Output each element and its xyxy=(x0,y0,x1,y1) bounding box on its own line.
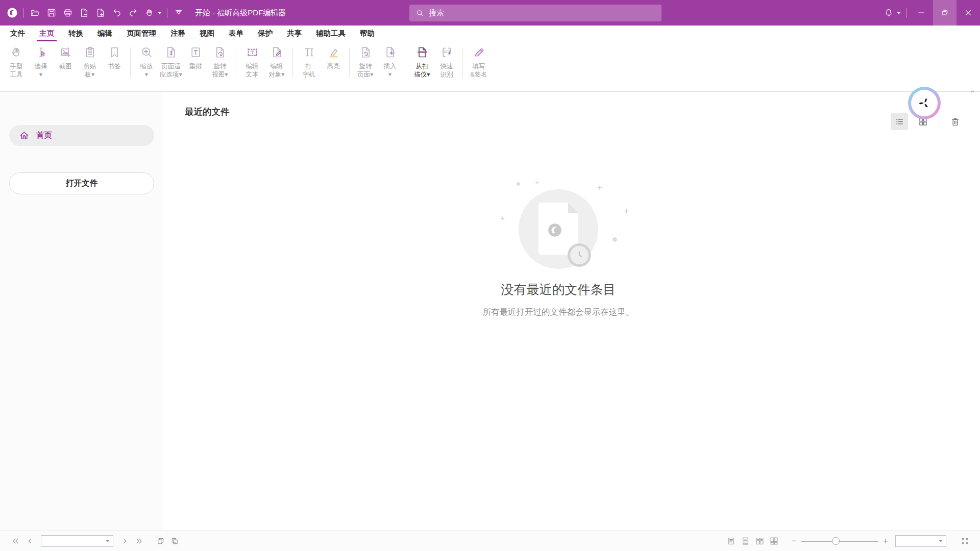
clear-recent-button[interactable] xyxy=(946,113,964,130)
page-number-input[interactable] xyxy=(41,535,113,547)
dropdown-caret-icon[interactable] xyxy=(158,12,162,14)
tab-主页[interactable]: 主页 xyxy=(32,26,61,41)
layout-continuous-icon xyxy=(741,536,750,546)
tab-帮助[interactable]: 帮助 xyxy=(353,26,382,41)
toolbar-button-typewriter[interactable]: 打字机 xyxy=(298,41,320,79)
close-x-button[interactable] xyxy=(957,0,980,26)
tab-视图[interactable]: 视图 xyxy=(192,26,222,41)
tab-辅助工具[interactable]: 辅助工具 xyxy=(309,26,353,41)
toolbar-button-select[interactable]: 选择▾ xyxy=(30,41,52,79)
tab-表单[interactable]: 表单 xyxy=(222,26,251,41)
empty-state-illustration: + + + + xyxy=(400,179,717,281)
last-page-button[interactable] xyxy=(132,534,146,548)
toolbar-button-label: 选择▾ xyxy=(35,62,47,79)
hand-mode-button[interactable] xyxy=(141,4,158,22)
first-page-button[interactable] xyxy=(8,534,22,548)
layout-facing-button[interactable] xyxy=(752,534,767,548)
toolbar-button-snapshot[interactable]: 截图 xyxy=(54,41,77,70)
save-button[interactable] xyxy=(43,4,60,22)
notification-bell-button[interactable] xyxy=(880,4,897,22)
fit-page-icon xyxy=(164,45,178,59)
hand-tool-icon xyxy=(10,45,23,59)
toolbar-button-label: 从扫描仪▾ xyxy=(414,62,430,79)
open-folder-icon xyxy=(30,8,40,18)
titlebar-separator xyxy=(906,8,906,18)
add-page-button[interactable] xyxy=(92,4,109,22)
first-page-icon xyxy=(11,536,20,546)
print-button[interactable] xyxy=(60,4,76,22)
prev-view-button[interactable] xyxy=(153,534,167,548)
clipboard-icon xyxy=(83,45,97,59)
toolbar-button-bookmark[interactable]: 书签 xyxy=(103,41,126,70)
next-page-icon xyxy=(120,536,130,546)
toolbar-button-rotate-page[interactable]: 旋转页面▾ xyxy=(354,41,377,79)
redo-icon xyxy=(128,8,138,18)
ai-assistant-button[interactable] xyxy=(908,87,941,119)
sidebar-item-home[interactable]: 首页 xyxy=(9,125,154,146)
layout-facing-continuous-button[interactable] xyxy=(767,534,781,548)
ai-logo-icon xyxy=(917,95,932,111)
toolbar-button-highlight[interactable]: 高亮 xyxy=(322,41,345,70)
ribbon-mode-button[interactable] xyxy=(170,4,187,22)
toolbar-button-fit-page[interactable]: 页面适应选项▾ xyxy=(160,41,182,79)
search-input[interactable]: 搜索 xyxy=(409,5,662,21)
list-view-button[interactable] xyxy=(891,113,908,130)
layout-single-button[interactable] xyxy=(724,534,738,548)
view-row-divider xyxy=(939,115,939,128)
undo-button[interactable] xyxy=(109,4,125,22)
tab-注释[interactable]: 注释 xyxy=(163,26,192,41)
redo-button[interactable] xyxy=(125,4,141,22)
toolbar-button-hand-tool[interactable]: 手型工具 xyxy=(5,41,28,79)
tab-转换[interactable]: 转换 xyxy=(61,26,90,41)
fullscreen-button[interactable] xyxy=(958,534,972,548)
layout-facing-continuous-icon xyxy=(769,536,779,546)
layout-continuous-button[interactable] xyxy=(738,534,752,548)
toolbar-button-zoom[interactable]: 缩放▾ xyxy=(135,41,158,79)
zoom-percent-input[interactable] xyxy=(895,535,946,547)
tab-文件[interactable]: 文件 xyxy=(3,26,32,41)
heading-divider xyxy=(185,137,957,137)
toolbar-button-rotate-view[interactable]: 旋转视图▾ xyxy=(209,41,231,79)
toolbar-button-insert-page[interactable]: 插入▾ xyxy=(379,41,401,79)
delete-page-button[interactable] xyxy=(76,4,92,22)
zoom-in-plus[interactable]: + xyxy=(883,537,888,545)
restore-button[interactable] xyxy=(933,0,957,26)
minimize-button[interactable] xyxy=(910,0,933,26)
empty-state: + + + + 没有最近的文件条目 所有最近打开 xyxy=(400,179,717,318)
toolbar-button-edit-text[interactable]: 编辑文本 xyxy=(241,41,263,79)
toolbar-button-label: 页面适应选项▾ xyxy=(160,62,182,79)
toolbar-group-divider xyxy=(236,47,236,78)
close-x-icon xyxy=(964,8,973,17)
open-file-button[interactable]: 打开文件 xyxy=(9,172,154,194)
toolbar-button-fill-sign[interactable]: 填写&签名 xyxy=(468,41,490,79)
tab-共享[interactable]: 共享 xyxy=(280,26,309,41)
tab-编辑[interactable]: 编辑 xyxy=(90,26,119,41)
toolbar-button-clipboard[interactable]: 剪贴板▾ xyxy=(79,41,101,79)
open-folder-button[interactable] xyxy=(27,4,43,22)
next-view-button[interactable] xyxy=(167,534,182,548)
quick-access-toolbar xyxy=(0,4,187,22)
toolbar-button-ocr[interactable]: 快速识别 xyxy=(435,41,458,79)
zoom-slider-thumb[interactable] xyxy=(832,537,840,545)
prev-page-button[interactable] xyxy=(22,534,37,548)
dropdown-caret-icon[interactable] xyxy=(939,540,943,542)
hand-mode-icon xyxy=(144,8,155,18)
zoom-out-minus[interactable]: − xyxy=(791,537,796,545)
toolbar-button-reflow[interactable]: 重排 xyxy=(184,41,207,70)
tab-保护[interactable]: 保护 xyxy=(251,26,280,41)
sparkle-icon: + xyxy=(597,183,602,192)
toolbar-button-edit-object[interactable]: 编辑对象▾ xyxy=(265,41,288,79)
zoom-slider[interactable] xyxy=(801,534,878,548)
dropdown-caret-icon[interactable] xyxy=(106,540,110,542)
window-title: 开始 - 福昕高级PDF编辑器 xyxy=(195,8,286,18)
tab-页面管理[interactable]: 页面管理 xyxy=(119,26,163,41)
bookmark-icon xyxy=(108,45,121,59)
select-icon xyxy=(34,45,48,59)
toolbar-button-scanner[interactable]: 从扫描仪▾ xyxy=(411,41,433,79)
dropdown-caret-icon[interactable] xyxy=(897,12,901,14)
layout-facing-icon xyxy=(755,536,765,546)
next-page-button[interactable] xyxy=(117,534,132,548)
toolbar-button-label: 截图 xyxy=(59,62,72,70)
prev-view-icon xyxy=(156,536,165,546)
toolbar-button-label: 重排 xyxy=(189,62,202,70)
